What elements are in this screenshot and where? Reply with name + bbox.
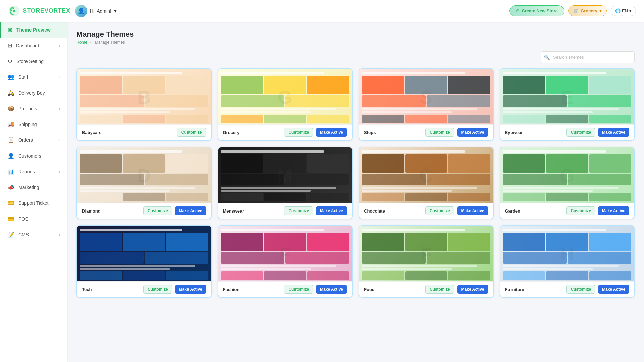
theme-actions-diamond: Customize Make Active <box>143 206 206 215</box>
make-active-button-eyewear[interactable]: Make Active <box>598 128 629 137</box>
theme-footer-steps: Steps Customize Make Active <box>359 124 493 140</box>
make-active-button-diamond[interactable]: Make Active <box>175 206 206 215</box>
customize-button-fashion[interactable]: Customize <box>284 285 313 294</box>
search-wrap: 🔍 <box>541 51 635 63</box>
page-title: Manage Themes <box>76 30 635 39</box>
theme-footer-eyewear: Eyewear Customize Make Active <box>500 124 634 140</box>
theme-preview-garden: G <box>500 147 634 203</box>
theme-card-food: F Food Customize Make Active <box>359 225 494 298</box>
theme-preview-steps: S <box>359 69 493 124</box>
sidebar-item-dashboard[interactable]: ⊞ Dashboard › <box>0 38 67 53</box>
make-active-button-chocolate[interactable]: Make Active <box>457 206 488 215</box>
chevron-right-icon: › <box>59 44 60 48</box>
breadcrumb: Home › Manage Themes <box>76 40 635 45</box>
make-active-button-food[interactable]: Make Active <box>457 285 488 294</box>
language-selector[interactable]: 🌐 EN ▾ <box>611 6 636 16</box>
logo-icon <box>8 5 20 17</box>
customize-button-chocolate[interactable]: Customize <box>425 206 454 215</box>
sidebar-label-support: Support Ticket <box>18 200 49 206</box>
logo-area: STOREVORTEX <box>8 5 75 17</box>
user-chevron-icon: ▾ <box>114 8 117 14</box>
theme-actions-grocery: Customize Make Active <box>284 128 347 137</box>
theme-card-fashion: F Fashion Customize Make Active <box>218 225 353 298</box>
sidebar-item-marketing[interactable]: 📣 Marketing › <box>0 179 67 195</box>
theme-preview-eyewear: E <box>500 69 634 124</box>
theme-card-chocolate: C Chocolate Customize Make Active <box>359 147 494 219</box>
sidebar-item-shipping[interactable]: 🚚 Shipping › <box>0 116 67 132</box>
store-chevron-icon: ▾ <box>599 8 602 13</box>
sidebar-item-support[interactable]: 🎫 Support Ticket <box>0 195 67 211</box>
theme-name-steps: Steps <box>364 130 376 135</box>
sidebar-item-staff[interactable]: 👥 Staff › <box>0 69 67 85</box>
theme-name-diamond: Diamond <box>82 208 101 214</box>
make-active-button-menswear[interactable]: Make Active <box>316 206 347 215</box>
create-store-button[interactable]: ⊕ Create New Store <box>509 5 564 16</box>
theme-actions-chocolate: Customize Make Active <box>425 206 488 215</box>
theme-card-furniture: H Furniture Customize Make Active <box>500 225 635 298</box>
customize-button-tech[interactable]: Customize <box>143 285 172 294</box>
theme-card-menswear: M Menswear Customize Make Active <box>218 147 353 219</box>
theme-name-menswear: Menswear <box>223 208 244 214</box>
products-icon: 📦 <box>8 105 14 112</box>
theme-footer-fashion: Fashion Customize Make Active <box>218 281 352 297</box>
sidebar-item-orders[interactable]: 📋 Orders › <box>0 132 67 148</box>
user-info[interactable]: 👤 Hi, Admin! ▾ <box>75 5 501 17</box>
sidebar-label-pos: POS <box>18 216 29 222</box>
customize-button-garden[interactable]: Customize <box>566 206 595 215</box>
theme-card-eyewear: E Eyewear Customize Make Active <box>500 68 635 141</box>
sidebar-label-customers: Customers <box>18 153 41 159</box>
theme-footer-furniture: Furniture Customize Make Active <box>500 281 634 297</box>
sidebar-label-cms: CMS <box>18 232 29 237</box>
make-active-button-grocery[interactable]: Make Active <box>316 128 347 137</box>
theme-actions-steps: Customize Make Active <box>425 128 488 137</box>
theme-preview-furniture: H <box>500 226 634 281</box>
search-input[interactable] <box>541 51 635 63</box>
sidebar-item-cms[interactable]: 📝 CMS › <box>0 227 67 242</box>
customize-button-babycare[interactable]: Customize <box>177 128 206 137</box>
marketing-icon: 📣 <box>8 184 14 190</box>
theme-icon: ◉ <box>8 26 12 33</box>
search-row: 🔍 <box>76 51 635 63</box>
lang-chevron-icon: ▾ <box>629 8 632 13</box>
sidebar-item-products[interactable]: 📦 Products › <box>0 101 67 116</box>
store-setting-icon: ⚙ <box>8 58 12 64</box>
sidebar-item-theme-preview[interactable]: ◉ Theme Preview <box>0 22 67 38</box>
customize-button-grocery[interactable]: Customize <box>284 128 313 137</box>
breadcrumb-current: Manage Themes <box>95 40 125 45</box>
theme-preview-menswear: M <box>218 147 352 203</box>
themes-grid: B Babycare Customize <box>76 68 635 298</box>
topbar-right: ⊕ Create New Store 🛒 Grocery ▾ 🌐 EN ▾ <box>509 5 636 16</box>
customize-button-eyewear[interactable]: Customize <box>566 128 595 137</box>
make-active-button-tech[interactable]: Make Active <box>175 285 206 294</box>
customize-button-menswear[interactable]: Customize <box>284 206 313 215</box>
theme-preview-chocolate: C <box>359 147 493 203</box>
sidebar-label-store-setting: Store Setting <box>16 59 44 64</box>
theme-footer-tech: Tech Customize Make Active <box>77 281 211 297</box>
chevron-right-icon-shipping: › <box>59 122 60 126</box>
theme-actions-food: Customize Make Active <box>425 285 488 294</box>
cms-icon: 📝 <box>8 231 14 238</box>
store-selector[interactable]: 🛒 Grocery ▾ <box>568 5 607 16</box>
theme-card-grocery: G Grocery Customize Make Active <box>218 68 353 141</box>
make-active-button-steps[interactable]: Make Active <box>457 128 488 137</box>
customize-button-food[interactable]: Customize <box>425 285 454 294</box>
customize-button-steps[interactable]: Customize <box>425 128 454 137</box>
theme-preview-babycare: B <box>77 69 211 124</box>
make-active-button-fashion[interactable]: Make Active <box>316 285 347 294</box>
theme-actions-babycare: Customize <box>177 128 206 137</box>
chevron-right-icon-reports: › <box>59 170 60 174</box>
breadcrumb-home[interactable]: Home <box>76 40 87 45</box>
sidebar-item-pos[interactable]: 💳 POS <box>0 211 67 227</box>
theme-card-garden: G Garden Customize Make Active <box>500 147 635 219</box>
make-active-button-furniture[interactable]: Make Active <box>598 285 629 294</box>
shipping-icon: 🚚 <box>8 121 14 127</box>
theme-name-food: Food <box>364 287 375 292</box>
content-area: Manage Themes Home › Manage Themes 🔍 <box>67 22 644 362</box>
sidebar-item-reports[interactable]: 📊 Reports › <box>0 164 67 179</box>
make-active-button-garden[interactable]: Make Active <box>598 206 629 215</box>
sidebar-item-delivery-boy[interactable]: 🛵 Delivery Boy <box>0 85 67 101</box>
sidebar-item-store-setting[interactable]: ⚙ Store Setting <box>0 53 67 69</box>
customize-button-furniture[interactable]: Customize <box>566 285 595 294</box>
sidebar-item-customers[interactable]: 👤 Customers <box>0 148 67 164</box>
customize-button-diamond[interactable]: Customize <box>143 206 172 215</box>
